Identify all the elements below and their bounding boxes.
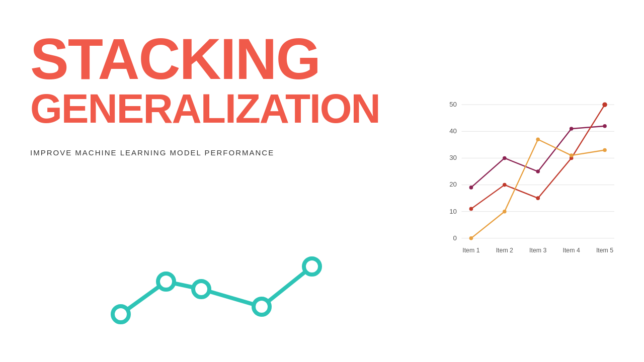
- title-line2: GENERALIZATION: [30, 88, 403, 129]
- decoration-line: [121, 266, 312, 314]
- decoration-svg: [101, 236, 352, 337]
- y-label-20: 20: [449, 180, 457, 188]
- line-chart: 0 10 20 30 40 50 Item 1 Item 2 Item 3 It…: [438, 85, 624, 277]
- s3-p2: [503, 210, 507, 214]
- dot-5: [304, 258, 320, 275]
- series-2-line: [471, 105, 605, 209]
- dot-3: [193, 281, 209, 297]
- s1-p3: [536, 169, 540, 173]
- dot-2: [158, 274, 174, 290]
- x-label-3: Item 3: [529, 247, 546, 254]
- s2-p3: [536, 196, 540, 200]
- x-label-2: Item 2: [496, 247, 513, 254]
- y-label-30: 30: [449, 154, 457, 161]
- decoration-chart: [101, 236, 352, 347]
- s1-p4: [570, 127, 574, 131]
- y-label-0: 0: [453, 234, 457, 242]
- s2-p1: [469, 207, 473, 211]
- s3-p1: [469, 236, 473, 240]
- dot-1: [113, 306, 129, 322]
- x-label-5: Item 5: [596, 247, 613, 254]
- y-label-10: 10: [449, 208, 457, 215]
- y-label-40: 40: [449, 127, 457, 135]
- series-3-line: [471, 139, 605, 238]
- s2-p5: [602, 102, 607, 107]
- x-label-4: Item 4: [563, 247, 580, 254]
- chart-svg: 0 10 20 30 40 50 Item 1 Item 2 Item 3 It…: [438, 85, 624, 277]
- s3-p4: [570, 153, 574, 157]
- dot-4: [254, 299, 270, 315]
- s1-p1: [469, 186, 473, 190]
- x-label-1: Item 1: [462, 247, 479, 254]
- title-line1: STACKING: [30, 30, 403, 88]
- s1-p5: [603, 124, 607, 128]
- title-block: STACKING GENERALIZATION: [30, 30, 403, 129]
- s3-p5: [603, 148, 607, 152]
- main-container: STACKING GENERALIZATION IMPROVE MACHINE …: [0, 0, 644, 362]
- series-1-line: [471, 126, 605, 188]
- subtitle: IMPROVE MACHINE LEARNING MODEL PERFORMAN…: [30, 148, 403, 157]
- s3-p3: [536, 137, 540, 141]
- s1-p2: [503, 156, 507, 160]
- left-section: STACKING GENERALIZATION IMPROVE MACHINE …: [0, 0, 428, 362]
- right-section: 0 10 20 30 40 50 Item 1 Item 2 Item 3 It…: [428, 0, 644, 362]
- y-label-50: 50: [449, 101, 457, 108]
- s2-p2: [503, 183, 507, 187]
